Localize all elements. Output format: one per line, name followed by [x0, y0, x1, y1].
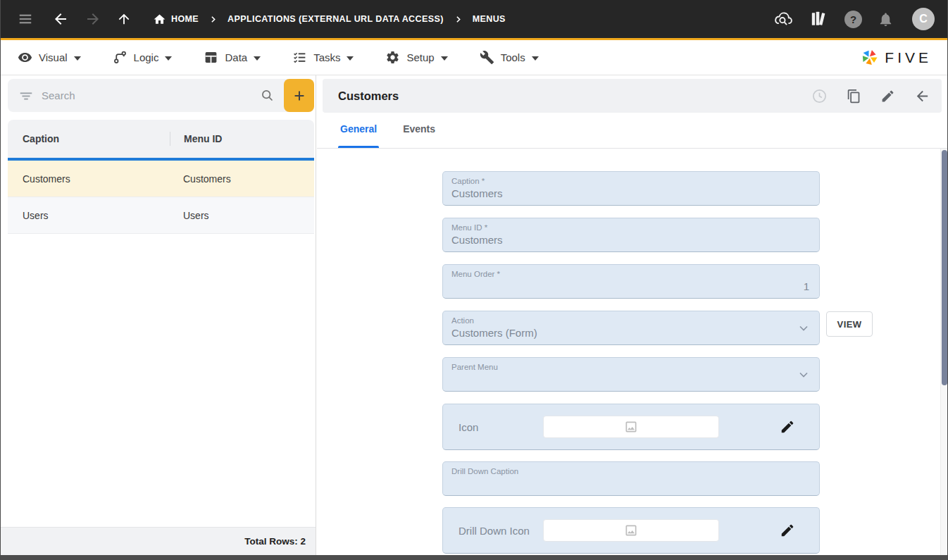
cloud-search-icon[interactable]: [773, 10, 792, 29]
tab-events[interactable]: Events: [403, 123, 435, 148]
vertical-scrollbar-track[interactable]: [940, 149, 947, 555]
menu-setup[interactable]: Setup: [385, 50, 447, 65]
menu-tools-label: Tools: [501, 51, 525, 63]
action-field-value: Customers (Form): [451, 327, 537, 339]
menu-id-field[interactable]: Menu ID * Customers: [442, 218, 820, 252]
image-placeholder-icon: [624, 420, 638, 434]
history-clock-icon[interactable]: [811, 88, 828, 104]
parent-menu-dropdown-field[interactable]: Parent Menu: [442, 357, 820, 392]
plus-icon: [292, 88, 307, 104]
back-arrow-icon[interactable]: [52, 11, 69, 27]
gear-icon: [385, 50, 400, 65]
user-avatar[interactable]: C: [912, 8, 935, 30]
breadcrumb-chevron-icon: [208, 15, 218, 24]
brand-name: FIVE: [885, 49, 932, 66]
caption-field[interactable]: Caption * Customers: [442, 171, 820, 206]
action-field-label: Action: [451, 316, 474, 325]
drill-down-caption-label: Drill Down Caption: [451, 467, 518, 475]
page-title: Customers: [338, 89, 811, 103]
tab-general[interactable]: General: [340, 123, 377, 148]
copy-icon[interactable]: [847, 89, 861, 104]
menu-setup-label: Setup: [406, 51, 434, 63]
filter-icon[interactable]: [18, 88, 34, 106]
breadcrumb-home[interactable]: HOME: [171, 14, 199, 24]
image-placeholder-icon: [624, 523, 638, 537]
menu-order-field[interactable]: Menu Order * 1: [442, 264, 820, 299]
vertical-scrollbar-thumb[interactable]: [942, 150, 947, 385]
edit-pencil-icon[interactable]: [780, 419, 795, 435]
menu-id-field-label: Menu ID *: [451, 223, 487, 232]
up-arrow-icon[interactable]: [116, 11, 132, 27]
chevron-down-icon[interactable]: [797, 368, 811, 382]
column-header-menu-id[interactable]: Menu ID: [170, 132, 314, 145]
icon-field[interactable]: Icon: [442, 404, 820, 450]
menu-visual-label: Visual: [39, 51, 68, 63]
edit-pencil-icon[interactable]: [880, 89, 895, 104]
table-row-users[interactable]: Users Users: [8, 197, 314, 234]
menu-id-field-value: Customers: [451, 234, 503, 246]
hamburger-menu-icon[interactable]: [18, 11, 33, 27]
dropdown-caret-icon: [74, 56, 81, 61]
top-navigation-bar: HOME APPLICATIONS (EXTERNAL URL DATA ACC…: [1, 0, 947, 40]
menu-tasks-label: Tasks: [313, 51, 340, 63]
icon-image-box[interactable]: [543, 416, 719, 438]
breadcrumb-application[interactable]: APPLICATIONS (EXTERNAL URL DATA ACCESS): [227, 14, 444, 24]
breadcrumb-chevron-icon: [454, 15, 463, 24]
caption-field-label: Caption *: [451, 177, 485, 185]
pinwheel-logo-icon: [860, 48, 879, 67]
active-tab-underline: [338, 146, 379, 148]
add-record-button[interactable]: [284, 79, 314, 112]
drill-down-icon-image-box[interactable]: [543, 519, 719, 542]
record-detail-panel: Customers General: [317, 75, 947, 555]
action-dropdown-field[interactable]: Action Customers (Form): [442, 311, 820, 345]
forward-arrow-icon[interactable]: [85, 11, 101, 27]
main-menu-bar: Visual Logic Data Tasks: [1, 40, 947, 75]
view-action-button[interactable]: VIEW: [826, 311, 873, 337]
grid-header: Caption Menu ID: [8, 120, 314, 158]
app-window: HOME APPLICATIONS (EXTERNAL URL DATA ACC…: [0, 0, 948, 560]
search-input[interactable]: [42, 79, 253, 112]
menu-tools[interactable]: Tools: [480, 50, 539, 65]
total-rows-label: Total Rows: 2: [244, 536, 306, 547]
drill-down-caption-field[interactable]: Drill Down Caption: [442, 461, 820, 496]
dropdown-caret-icon: [347, 56, 354, 61]
five-brand-logo: FIVE: [860, 40, 932, 75]
drill-down-icon-label: Drill Down Icon: [459, 525, 530, 537]
dropdown-caret-icon: [532, 56, 539, 61]
chevron-down-icon[interactable]: [797, 321, 811, 335]
tools-icon: [480, 50, 494, 65]
table-row-customers[interactable]: Customers Customers: [8, 161, 314, 197]
column-header-caption[interactable]: Caption: [8, 132, 170, 145]
menu-tasks[interactable]: Tasks: [292, 50, 354, 65]
help-icon[interactable]: ?: [844, 11, 862, 28]
menu-logic[interactable]: Logic: [113, 50, 173, 65]
menu-logic-label: Logic: [134, 51, 159, 63]
menu-order-field-value: 1: [804, 280, 809, 292]
home-icon[interactable]: [153, 13, 166, 26]
eye-icon: [18, 50, 32, 65]
edit-pencil-icon[interactable]: [780, 523, 795, 538]
drill-down-icon-field[interactable]: Drill Down Icon: [442, 507, 820, 554]
dropdown-caret-icon: [165, 56, 172, 61]
horizontal-scrollbar[interactable]: [1, 555, 947, 560]
detail-header: Customers: [323, 79, 942, 113]
menu-visual[interactable]: Visual: [18, 50, 81, 65]
cell-menu-id: Customers: [170, 173, 314, 185]
detail-tabs: General Events: [317, 113, 947, 149]
menu-order-field-label: Menu Order *: [451, 270, 500, 278]
detail-header-actions: [811, 88, 930, 104]
menu-data[interactable]: Data: [204, 50, 261, 65]
parent-menu-field-label: Parent Menu: [451, 363, 498, 371]
notifications-bell-icon[interactable]: [878, 11, 894, 27]
total-rows-footer: Total Rows: 2: [1, 527, 316, 555]
back-arrow-icon[interactable]: [914, 88, 930, 104]
menu-data-label: Data: [225, 51, 247, 63]
icon-field-label: Icon: [459, 421, 478, 433]
search-bar: [8, 79, 314, 112]
search-icon[interactable]: [260, 88, 275, 106]
cell-menu-id: Users: [170, 210, 314, 221]
records-list-panel: Caption Menu ID Customers Customers User…: [1, 75, 316, 555]
library-books-icon[interactable]: [809, 10, 828, 28]
caption-field-value: Customers: [451, 187, 503, 199]
breadcrumb-menus[interactable]: MENUS: [473, 14, 506, 24]
